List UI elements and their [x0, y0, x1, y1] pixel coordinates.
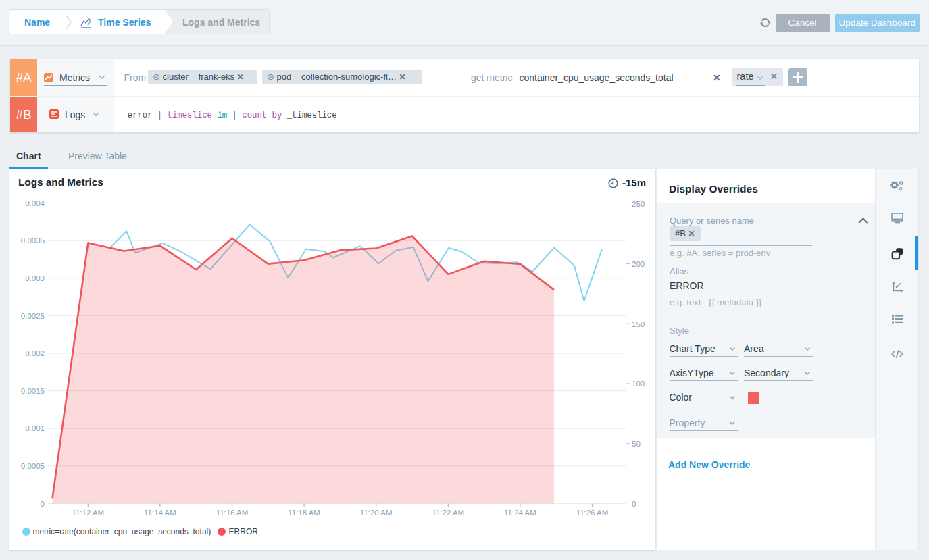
svg-text:0.0005: 0.0005 — [21, 462, 45, 470]
svg-text:0.0025: 0.0025 — [21, 312, 45, 320]
svg-text:11:12 AM: 11:12 AM — [72, 509, 104, 517]
svg-text:200: 200 — [632, 260, 645, 268]
svg-text:0.0035: 0.0035 — [21, 236, 45, 245]
svg-text:250: 250 — [632, 200, 645, 208]
svg-text:0.002: 0.002 — [25, 349, 45, 357]
svg-text:0.0015: 0.0015 — [21, 387, 45, 395]
svg-text:150: 150 — [632, 320, 645, 328]
svg-text:0.003: 0.003 — [25, 274, 45, 282]
svg-text:0: 0 — [41, 500, 45, 508]
svg-text:11:20 AM: 11:20 AM — [360, 509, 393, 517]
svg-text:50: 50 — [632, 440, 641, 448]
svg-text:0.004: 0.004 — [25, 199, 45, 207]
svg-text:11:22 AM: 11:22 AM — [432, 509, 464, 517]
svg-text:100: 100 — [632, 380, 645, 388]
svg-text:11:26 AM: 11:26 AM — [576, 509, 609, 517]
svg-text:0: 0 — [632, 500, 636, 508]
svg-text:11:24 AM: 11:24 AM — [504, 509, 536, 517]
svg-text:0.001: 0.001 — [25, 424, 45, 432]
svg-text:11:14 AM: 11:14 AM — [144, 509, 176, 517]
svg-text:11:16 AM: 11:16 AM — [216, 509, 249, 517]
svg-text:11:18 AM: 11:18 AM — [288, 509, 320, 517]
